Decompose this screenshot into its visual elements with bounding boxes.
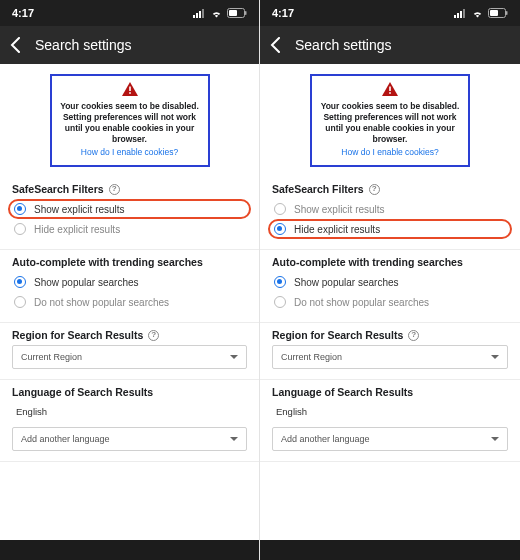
radio-hide-popular[interactable]: Do not show popular searches	[272, 292, 508, 312]
language-section: Language of Search Results English Add a…	[260, 380, 520, 462]
radio-label: Show explicit results	[294, 204, 385, 215]
svg-rect-8	[129, 92, 131, 94]
radio-label: Do not show popular searches	[294, 297, 429, 308]
svg-rect-17	[389, 92, 391, 94]
svg-rect-1	[196, 13, 198, 18]
section-label: SafeSearch Filters	[12, 183, 104, 195]
radio-label: Show explicit results	[34, 204, 125, 215]
svg-rect-14	[490, 10, 498, 16]
radio-show-popular[interactable]: Show popular searches	[12, 272, 247, 292]
warning-icon	[382, 82, 398, 98]
section-label: Language of Search Results	[272, 386, 413, 398]
svg-rect-16	[389, 87, 391, 92]
page-title: Search settings	[35, 37, 132, 53]
safesearch-section: SafeSearch Filters ? Show explicit resul…	[260, 177, 520, 250]
warning-icon	[122, 82, 138, 98]
svg-rect-2	[199, 11, 201, 18]
radio-show-popular[interactable]: Show popular searches	[272, 272, 508, 292]
select-value: Add another language	[281, 434, 370, 444]
status-time: 4:17	[272, 7, 294, 19]
safesearch-title: SafeSearch Filters ?	[12, 183, 247, 195]
radio-show-explicit[interactable]: Show explicit results	[8, 199, 251, 219]
section-label: SafeSearch Filters	[272, 183, 364, 195]
cookie-warning-line2: Setting preferences will not work until …	[60, 112, 200, 145]
back-button[interactable]	[270, 37, 281, 53]
radio-show-explicit[interactable]: Show explicit results	[272, 199, 508, 219]
signal-icon	[193, 9, 206, 18]
wifi-icon	[210, 9, 223, 18]
region-select[interactable]: Current Region	[12, 345, 247, 369]
region-select[interactable]: Current Region	[272, 345, 508, 369]
radio-icon	[274, 223, 286, 235]
svg-rect-0	[193, 15, 195, 18]
battery-icon	[488, 8, 508, 18]
battery-icon	[227, 8, 247, 18]
radio-icon	[14, 296, 26, 308]
back-button[interactable]	[10, 37, 21, 53]
cookie-warning-line1: Your cookies seem to be disabled.	[60, 101, 200, 112]
radio-hide-explicit[interactable]: Hide explicit results	[268, 219, 512, 239]
radio-hide-popular[interactable]: Do not show popular searches	[12, 292, 247, 312]
cookie-warning-line1: Your cookies seem to be disabled.	[320, 101, 460, 112]
status-bar: 4:17	[260, 0, 520, 26]
status-time: 4:17	[12, 7, 34, 19]
safesearch-section: SafeSearch Filters ? Show explicit resul…	[0, 177, 259, 250]
radio-label: Hide explicit results	[294, 224, 380, 235]
cookie-warning: Your cookies seem to be disabled. Settin…	[310, 74, 470, 167]
cookie-warning: Your cookies seem to be disabled. Settin…	[50, 74, 210, 167]
chevron-left-icon	[10, 37, 21, 53]
help-icon[interactable]: ?	[109, 184, 120, 195]
radio-label: Do not show popular searches	[34, 297, 169, 308]
status-icons	[193, 8, 247, 18]
safesearch-title: SafeSearch Filters ?	[272, 183, 508, 195]
svg-rect-5	[229, 10, 237, 16]
svg-rect-15	[506, 11, 508, 15]
chevron-down-icon	[230, 437, 238, 441]
phone-right: 4:17 Search settings Your cookies seem t…	[260, 0, 520, 560]
status-icons	[454, 8, 508, 18]
bottom-bar	[260, 540, 520, 560]
section-label: Auto-complete with trending searches	[12, 256, 203, 268]
region-section: Region for Search Results ? Current Regi…	[0, 323, 259, 380]
chevron-down-icon	[230, 355, 238, 359]
chevron-down-icon	[491, 437, 499, 441]
region-title: Region for Search Results ?	[12, 329, 247, 341]
cookie-help-link[interactable]: How do I enable cookies?	[320, 147, 460, 157]
radio-label: Hide explicit results	[34, 224, 120, 235]
cookie-warning-line2: Setting preferences will not work until …	[320, 112, 460, 145]
language-add-select[interactable]: Add another language	[272, 427, 508, 451]
autocomplete-title: Auto-complete with trending searches	[12, 256, 247, 268]
status-bar: 4:17	[0, 0, 259, 26]
section-label: Region for Search Results	[12, 329, 143, 341]
svg-rect-11	[460, 11, 462, 18]
language-current: English	[272, 402, 508, 423]
radio-label: Show popular searches	[34, 277, 139, 288]
svg-rect-3	[202, 9, 204, 18]
signal-icon	[454, 9, 467, 18]
phone-left: 4:17 Search settings Your cookies seem t…	[0, 0, 260, 560]
cookie-help-link[interactable]: How do I enable cookies?	[60, 147, 200, 157]
chevron-left-icon	[270, 37, 281, 53]
wifi-icon	[471, 9, 484, 18]
chevron-down-icon	[491, 355, 499, 359]
section-label: Region for Search Results	[272, 329, 403, 341]
page-title: Search settings	[295, 37, 392, 53]
select-value: Add another language	[21, 434, 110, 444]
radio-icon	[274, 203, 286, 215]
svg-rect-6	[245, 11, 247, 15]
region-title: Region for Search Results ?	[272, 329, 508, 341]
section-label: Language of Search Results	[12, 386, 153, 398]
radio-hide-explicit[interactable]: Hide explicit results	[12, 219, 247, 239]
help-icon[interactable]: ?	[369, 184, 380, 195]
help-icon[interactable]: ?	[148, 330, 159, 341]
language-title: Language of Search Results	[12, 386, 247, 398]
svg-rect-7	[129, 87, 131, 92]
language-add-select[interactable]: Add another language	[12, 427, 247, 451]
radio-icon	[14, 223, 26, 235]
radio-icon	[274, 276, 286, 288]
help-icon[interactable]: ?	[408, 330, 419, 341]
autocomplete-title: Auto-complete with trending searches	[272, 256, 508, 268]
bottom-bar	[0, 540, 259, 560]
autocomplete-section: Auto-complete with trending searches Sho…	[0, 250, 259, 323]
language-current: English	[12, 402, 247, 423]
